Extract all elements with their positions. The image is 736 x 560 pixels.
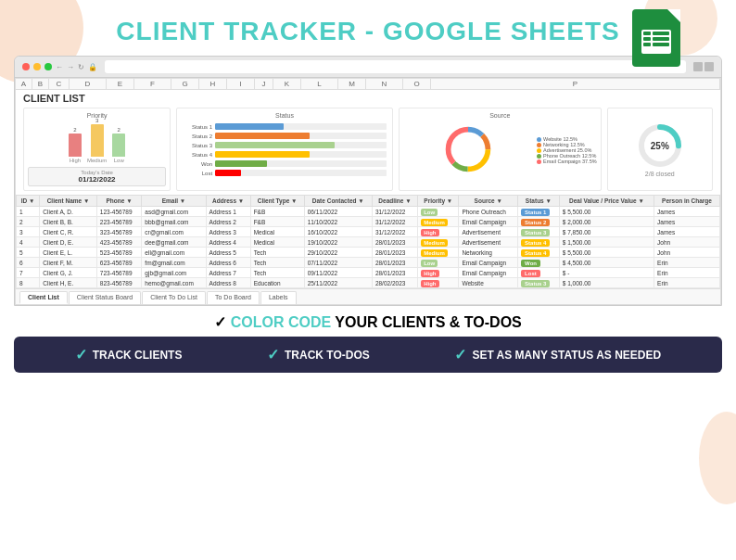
status-badge: Status 3 xyxy=(521,229,550,236)
col-indicator: F xyxy=(134,79,171,89)
col-type: Client Type ▼ xyxy=(250,196,304,207)
source-chart-box: Source xyxy=(399,108,602,191)
col-indicator: C xyxy=(49,79,70,89)
col-indicator: E xyxy=(107,79,134,89)
table-row: 8Client H, E.823-456789hemo@gmail.comAdd… xyxy=(17,278,720,288)
progress-ring: 25% xyxy=(637,122,683,169)
check-icon-2: ✓ xyxy=(267,346,279,363)
bottom-section: ✓ COLOR CODE YOUR CLIENTS & TO-DOS ✓ TRA… xyxy=(0,306,736,380)
page-header: CLIENT TRACKER - GOOGLE SHEETS xyxy=(0,0,736,56)
col-indicator: P xyxy=(431,79,720,89)
sheet-title-row: CLIENT LIST xyxy=(16,90,720,106)
table-row: 2Client B, B.223-456789bbb@gmail.comAddr… xyxy=(17,217,720,227)
status-badge: Status 3 xyxy=(521,280,550,287)
table-row: 7Client G, J.723-456789gjb@gmail.comAddr… xyxy=(17,268,720,278)
bar-high: 2 High xyxy=(69,127,82,163)
tab-todo-board[interactable]: To Do Board xyxy=(207,291,260,304)
spreadsheet-area: A B C D E F G H I J K L M N O P CLIENT L… xyxy=(15,78,721,305)
table-row: 1Client A, D.123-456789asd@gmail.comAddr… xyxy=(17,207,720,217)
browser-bookmark-icon xyxy=(693,62,703,71)
col-indicator: J xyxy=(255,79,273,89)
browser-maximize-dot xyxy=(44,63,52,70)
col-indicator: G xyxy=(171,79,199,89)
col-date: Date Contacted ▼ xyxy=(304,196,372,207)
col-indicator: H xyxy=(199,79,227,89)
table-body: 1Client A, D.123-456789asd@gmail.comAddr… xyxy=(17,207,720,288)
col-person: Person in Charge xyxy=(654,196,720,207)
status-row-3: Status 3 xyxy=(183,142,387,148)
tab-labels[interactable]: Labels xyxy=(260,291,297,304)
title-green: GOOGLE SHEETS xyxy=(383,17,620,45)
decorative-blob-bottom xyxy=(699,412,736,504)
tab-status-board[interactable]: Client Status Board xyxy=(69,291,141,304)
tab-client-list[interactable]: Client List xyxy=(19,291,68,304)
tab-client-todo[interactable]: Client To Do List xyxy=(142,291,206,304)
priority-badge: Medium xyxy=(421,239,448,247)
col-deal: Deal Value / Price Value ▼ xyxy=(559,196,654,207)
color-code-rest: YOUR CLIENTS & TO-DOS xyxy=(331,314,522,330)
priority-badge: Medium xyxy=(421,249,448,257)
status-badge: Status 4 xyxy=(521,249,550,257)
date-box: Today's Date 01/12/2022 xyxy=(28,167,166,186)
col-indicator: D xyxy=(70,79,107,89)
page-title: CLIENT TRACKER - GOOGLE SHEETS xyxy=(0,17,736,46)
priority-badge: High xyxy=(421,270,438,277)
check-icon-3: ✓ xyxy=(454,346,466,363)
table-row: 6Client F, M.623-456789fm@gmail.comAddre… xyxy=(17,258,720,268)
feature-track-clients: ✓ TRACK CLIENTS xyxy=(75,346,183,363)
charts-row: Priority 2 High 3 Medium xyxy=(16,106,720,195)
col-indicator: I xyxy=(227,79,255,89)
col-email: Email ▼ xyxy=(142,196,206,207)
status-row-2: Status 2 xyxy=(183,133,387,139)
column-indicator-bar: A B C D E F G H I J K L M N O P xyxy=(16,79,720,90)
donut-chart xyxy=(440,121,496,177)
url-bar[interactable] xyxy=(105,60,686,73)
col-address: Address ▼ xyxy=(206,196,250,207)
feature-3-text: SET AS MANY STATUS AS NEEDED xyxy=(472,349,661,362)
table-row: 3Client C, R.323-456789cr@gmail.comAddre… xyxy=(17,227,720,237)
table-row: 5Client E, L.523-456789ell@gmail.comAddr… xyxy=(17,248,720,258)
status-bars: Status 1 Status 2 Status 3 Status 4 xyxy=(181,121,388,178)
priority-bar-chart: 2 High 3 Medium 2 Low xyxy=(28,121,166,163)
progress-label: 2/8 closed xyxy=(645,171,675,177)
status-row-4: Status 4 xyxy=(183,151,387,158)
status-chart-title: Status xyxy=(181,112,388,119)
col-indicator: B xyxy=(32,79,49,89)
bar-low: 2 Low xyxy=(112,127,125,163)
browser-close-dot xyxy=(22,63,30,70)
bar-medium: 3 Medium xyxy=(87,118,107,163)
progress-box: 25% 2/8 closed xyxy=(607,108,713,191)
nav-forward-icon[interactable]: → xyxy=(67,63,74,71)
nav-refresh-icon[interactable]: ↻ xyxy=(78,63,84,71)
status-row-lost: Lost xyxy=(183,170,387,176)
feature-2-text: TRACK TO-DOS xyxy=(285,349,370,362)
status-badge: Status 1 xyxy=(521,209,550,216)
status-badge: Lost xyxy=(521,270,540,277)
status-row-won: Won xyxy=(183,160,387,167)
status-row-1: Status 1 xyxy=(183,123,387,130)
browser-minimize-dot xyxy=(33,63,41,70)
table-container: ID ▼ Client Name ▼ Phone ▼ Email ▼ Addre… xyxy=(16,195,720,288)
col-indicator: A xyxy=(16,79,32,89)
priority-badge: Low xyxy=(421,260,438,267)
feature-track-todos: ✓ TRACK TO-DOS xyxy=(267,346,370,363)
sheet-tabs[interactable]: Client List Client Status Board Client T… xyxy=(16,288,720,304)
col-indicator: K xyxy=(273,79,301,89)
progress-pct: 25% xyxy=(651,140,669,150)
features-row: ✓ TRACK CLIENTS ✓ TRACK TO-DOS ✓ SET AS … xyxy=(14,337,722,373)
source-chart-content: Website 12.5% Networking 12.5% Advertise… xyxy=(403,121,597,177)
source-chart-title: Source xyxy=(403,112,597,119)
col-status: Status ▼ xyxy=(518,196,560,207)
nav-back-icon[interactable]: ← xyxy=(56,63,63,71)
col-id: ID ▼ xyxy=(17,196,40,207)
sheet-content: CLIENT LIST Priority 2 High 3 xyxy=(16,90,720,304)
feature-set-status: ✓ SET AS MANY STATUS AS NEEDED xyxy=(454,346,661,363)
donut-svg xyxy=(440,121,496,177)
table-header-row: ID ▼ Client Name ▼ Phone ▼ Email ▼ Addre… xyxy=(17,196,720,207)
priority-badge: Low xyxy=(421,209,438,216)
priority-chart-box: Priority 2 High 3 Medium xyxy=(23,108,171,191)
gs-icon-inner xyxy=(641,30,671,54)
title-black: CLIENT TRACKER - xyxy=(116,17,383,45)
status-badge: Status 4 xyxy=(521,239,550,247)
browser-menu-icon xyxy=(704,62,714,71)
